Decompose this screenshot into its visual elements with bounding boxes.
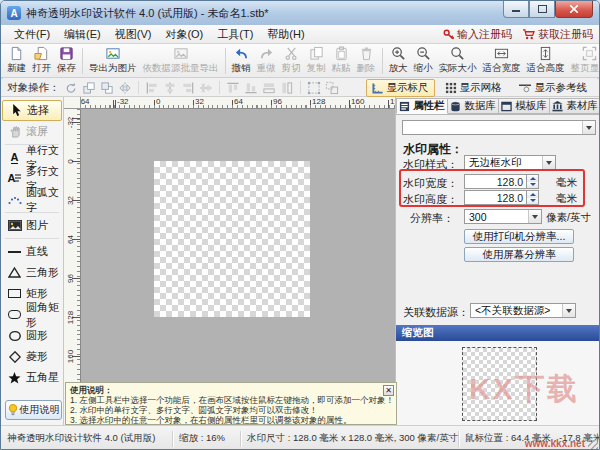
height-value[interactable]: 128.0 [464, 190, 526, 205]
menu-help[interactable]: 帮助(H) [260, 25, 311, 44]
ruler-corner [64, 97, 81, 109]
open-button[interactable]: 打开 [29, 45, 54, 76]
object-bar-separator [138, 81, 139, 94]
v-ruler-label: 32 [66, 192, 75, 210]
tab-templates[interactable]: 模板库 [499, 98, 550, 114]
tool-scroll: 滚屏 [2, 121, 62, 142]
redo-button: 重做 [254, 45, 279, 76]
thumbnail-header: 缩览图 [396, 325, 600, 341]
thumbnail-preview[interactable] [462, 347, 537, 421]
screen-resolution-button[interactable]: 使用屏幕分辨率 [464, 247, 574, 262]
object-selector-dropdown[interactable] [402, 120, 596, 135]
close-button[interactable] [555, 1, 593, 18]
width-unit: 毫米 [556, 176, 577, 190]
align-right-icon [181, 81, 195, 95]
tool-arc-text[interactable]: 圆弧文字 [2, 189, 62, 210]
align-middle-vertical-icon [199, 81, 213, 95]
vertical-ruler: -320326496128160 [64, 109, 81, 425]
bring-forward-icon [82, 81, 96, 95]
export-image-button[interactable]: 导出为图片 [86, 45, 140, 76]
menu-view[interactable]: 视图(V) [108, 25, 159, 44]
line-icon [6, 251, 23, 253]
menu-edit[interactable]: 编辑(E) [57, 25, 108, 44]
new-button[interactable]: 新建 [4, 45, 29, 76]
style-dropdown[interactable]: 无边框水印 [464, 155, 556, 170]
design-canvas[interactable] [81, 109, 395, 425]
resolution-dropdown[interactable]: 300 [464, 209, 542, 224]
tool-image[interactable]: 图片 [2, 215, 62, 236]
height-spin-buttons[interactable] [526, 190, 539, 205]
h-ruler-label: 160 [351, 97, 364, 106]
tool-triangle[interactable]: 三角形 [2, 262, 62, 283]
v-ruler-label: 0 [66, 153, 75, 171]
show-ruler-toggle[interactable]: 显示标尺 [366, 79, 435, 97]
printer-resolution-button[interactable]: 使用打印机分辨率... [464, 229, 574, 244]
fit-height-icon [538, 46, 553, 61]
resize-grip[interactable] [588, 440, 598, 450]
dropdown-arrow-icon [528, 210, 541, 223]
ungroup-icon [325, 81, 339, 95]
view-toggles: 显示标尺 显示网格 显示参考线 [366, 79, 594, 97]
zoom-out-button[interactable]: 缩小 [411, 45, 436, 76]
fit-height-button[interactable]: 适合高度 [524, 45, 568, 76]
menu-tools[interactable]: 工具(T) [210, 25, 260, 44]
style-label: 水印样式： [403, 157, 458, 172]
fit-width-button[interactable]: 适合宽度 [480, 45, 524, 76]
actual-size-icon [450, 46, 465, 61]
v-ruler-label: 96 [66, 270, 75, 288]
grid-icon [445, 82, 457, 94]
menu-file[interactable]: 文件(F) [7, 25, 57, 44]
height-unit: 毫米 [556, 192, 577, 206]
minimize-icon [512, 5, 520, 13]
app-icon: A [7, 6, 21, 20]
h-ruler-label: -32 [117, 97, 129, 106]
watermark-object[interactable] [154, 161, 310, 317]
enter-register-code[interactable]: 输入注册码 [443, 27, 512, 42]
get-register-code[interactable]: 获取注册码 [522, 27, 593, 42]
usage-help-button[interactable]: 使用说明 [5, 400, 62, 420]
cart-icon [522, 29, 535, 40]
tool-rounded-rectangle[interactable]: 圆角矩形 [2, 304, 62, 325]
tool-line[interactable]: 直线 [2, 241, 62, 262]
tool-star[interactable]: 五角星 [2, 367, 62, 388]
right-panel: 属性栏 数据库 模板库 素材库 水印属性： 水印样式： 无边框水印 [395, 97, 600, 425]
show-grid-toggle[interactable]: 显示网格 [439, 79, 508, 97]
status-zoom-level: 缩放 : 16% [173, 431, 241, 447]
zoom-in-button[interactable]: 放大 [386, 45, 411, 76]
object-bar-separator [219, 81, 220, 94]
menu-object[interactable]: 对象(O) [158, 25, 210, 44]
help-line: 3. 选择水印中的任意一个对象，在右侧的属性栏里可以调整该对象的属性。 [70, 415, 392, 425]
export-image-icon [105, 46, 121, 61]
save-button[interactable]: 保存 [54, 45, 79, 76]
width-value[interactable]: 128.0 [464, 174, 526, 189]
dropdown-arrow-icon [562, 304, 575, 317]
tool-select[interactable]: 选择 [2, 100, 62, 121]
actual-size-button[interactable]: 实际大小 [436, 45, 480, 76]
multi-text-icon: A [6, 173, 23, 184]
guides-icon [518, 82, 532, 94]
minimize-button[interactable] [503, 1, 529, 18]
show-guides-toggle[interactable]: 显示参考线 [512, 79, 594, 97]
width-spinner[interactable]: 128.0 [464, 174, 539, 189]
datasource-label: 关联数据源： [403, 305, 469, 320]
undo-button[interactable]: 撤销 [229, 45, 254, 76]
batch-export-button: 依数据源批量导出 [140, 45, 222, 76]
properties-icon [399, 101, 410, 112]
h-ruler-label: 32 [195, 97, 204, 106]
help-close-button[interactable]: ✕ [383, 385, 394, 396]
redo-icon [259, 46, 274, 61]
tool-diamond[interactable]: 菱形 [2, 346, 62, 367]
tab-materials[interactable]: 素材库 [550, 98, 600, 114]
paste-button: 粘贴 [329, 45, 354, 76]
align-top-icon [226, 81, 240, 95]
object-bar-separator [300, 81, 301, 94]
object-operations-bar: 对象操作： 显示标尺 [1, 79, 599, 97]
datasource-dropdown[interactable]: <不关联数据源> [470, 303, 576, 318]
tab-properties[interactable]: 属性栏 [396, 98, 448, 114]
status-bar: 神奇透明水印设计软件 4.0 (试用版) 缩放 : 16% 水印尺寸 : 128… [1, 425, 599, 450]
height-spinner[interactable]: 128.0 [464, 190, 539, 205]
tab-database[interactable]: 数据库 [448, 98, 499, 114]
h-ruler-label: 64 [234, 97, 243, 106]
width-spin-buttons[interactable] [526, 174, 539, 189]
maximize-button[interactable] [529, 1, 555, 18]
